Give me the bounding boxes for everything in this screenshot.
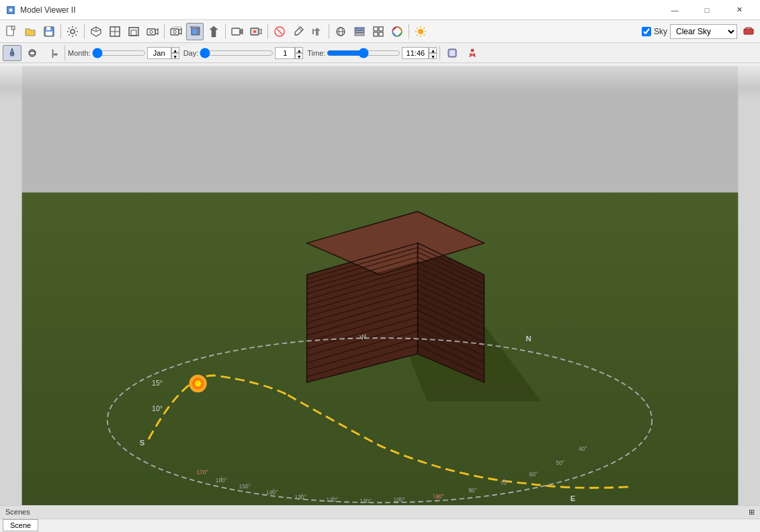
month-spinner[interactable]: ▲▼ xyxy=(171,47,179,59)
svg-line-61 xyxy=(471,54,472,56)
sep3 xyxy=(164,24,165,39)
open-button[interactable] xyxy=(22,23,39,40)
components-button[interactable] xyxy=(370,23,387,40)
svg-text:60°: 60° xyxy=(530,471,538,478)
svg-rect-26 xyxy=(232,28,240,35)
tool-button[interactable] xyxy=(290,23,307,40)
sep4 xyxy=(225,24,226,39)
svg-marker-25 xyxy=(210,26,218,37)
day-slider[interactable] xyxy=(200,48,273,58)
svg-rect-38 xyxy=(355,30,364,32)
flip-button[interactable] xyxy=(308,23,326,40)
svg-text:170°: 170° xyxy=(196,469,208,476)
view-front-button[interactable] xyxy=(125,23,142,40)
sep9 xyxy=(439,46,440,60)
person-button[interactable] xyxy=(463,45,482,61)
svg-line-53 xyxy=(417,34,418,36)
view-perspective-button[interactable] xyxy=(186,23,204,40)
materials-button[interactable] xyxy=(388,23,406,40)
pan-mode-button[interactable] xyxy=(43,45,62,61)
shadow-button[interactable] xyxy=(412,23,429,40)
time-slider[interactable] xyxy=(327,48,400,58)
sep6 xyxy=(329,24,329,39)
svg-text:E: E xyxy=(571,494,576,502)
sep1 xyxy=(60,24,61,39)
svg-rect-37 xyxy=(355,28,364,30)
svg-rect-59 xyxy=(450,50,455,56)
svg-point-45 xyxy=(418,29,423,34)
day-spinner[interactable]: ▲▼ xyxy=(295,47,303,59)
sep8 xyxy=(65,46,65,60)
svg-rect-40 xyxy=(374,27,378,31)
section-button[interactable] xyxy=(271,23,288,40)
svg-point-23 xyxy=(173,30,176,33)
svg-rect-16 xyxy=(129,28,138,36)
anim-record-button[interactable] xyxy=(228,23,246,40)
save-button[interactable] xyxy=(40,23,58,40)
svg-text:10°: 10° xyxy=(152,405,163,412)
anim-play-button[interactable] xyxy=(247,23,265,40)
time-input[interactable] xyxy=(402,47,429,59)
shadow-display-button[interactable] xyxy=(443,45,462,61)
svg-rect-21 xyxy=(171,29,179,35)
sky-dropdown[interactable]: Clear Sky Cloudy Overcast xyxy=(670,24,737,39)
svg-text:S: S xyxy=(140,439,145,447)
time-spinner[interactable]: ▲▼ xyxy=(429,47,437,59)
svg-line-52 xyxy=(424,28,425,29)
svg-text:70°: 70° xyxy=(500,480,509,486)
sep2 xyxy=(84,24,85,39)
main-toolbar: Sky Clear Sky Cloudy Overcast xyxy=(0,20,760,43)
view-iso-button[interactable] xyxy=(87,23,105,40)
maximize-button[interactable]: □ xyxy=(691,0,722,20)
view-3d-button[interactable] xyxy=(167,23,185,40)
svg-rect-17 xyxy=(131,30,136,36)
month-slider[interactable] xyxy=(92,48,146,58)
svg-rect-39 xyxy=(355,34,364,36)
sky-settings-button[interactable] xyxy=(740,23,757,40)
view-top-button[interactable] xyxy=(106,23,124,40)
svg-rect-42 xyxy=(374,32,378,36)
time-label: Time: xyxy=(307,49,325,57)
select-mode-button[interactable] xyxy=(3,45,22,61)
scenes-expand-icon[interactable]: ⊞ xyxy=(749,508,755,517)
minimize-button[interactable]: — xyxy=(659,0,690,20)
layers-button[interactable] xyxy=(351,23,368,40)
new-button[interactable] xyxy=(3,23,20,40)
sep5 xyxy=(267,24,268,39)
svg-rect-63 xyxy=(22,66,738,192)
svg-point-30 xyxy=(253,30,256,33)
svg-rect-18 xyxy=(147,29,155,35)
svg-point-20 xyxy=(150,30,153,33)
svg-line-50 xyxy=(417,28,418,29)
svg-rect-7 xyxy=(46,32,52,36)
sky-toggle[interactable] xyxy=(642,27,651,36)
sep7 xyxy=(409,24,409,39)
svg-line-33 xyxy=(299,28,302,31)
orbit-mode-button[interactable] xyxy=(23,45,42,61)
viewport[interactable]: W N S E 15° 10° 60.1° 170° 160° 150° 140… xyxy=(0,66,760,505)
svg-rect-43 xyxy=(379,32,383,36)
settings-button[interactable] xyxy=(64,23,81,40)
svg-line-12 xyxy=(96,30,101,32)
title-bar: Model Viewer II — □ ✕ xyxy=(0,0,760,20)
svg-rect-56 xyxy=(11,53,13,56)
close-button[interactable]: ✕ xyxy=(724,0,755,20)
day-input[interactable] xyxy=(275,47,295,59)
svg-text:150°: 150° xyxy=(239,483,251,490)
svg-marker-29 xyxy=(259,29,261,34)
month-input[interactable]: Jan xyxy=(147,47,171,59)
svg-text:100°: 100° xyxy=(393,496,405,503)
svg-line-62 xyxy=(473,54,474,56)
month-label: Month: xyxy=(68,49,91,57)
svg-text:15°: 15° xyxy=(152,380,163,387)
window-controls: — □ ✕ xyxy=(659,0,755,20)
sky-controls: Sky Clear Sky Cloudy Overcast xyxy=(642,23,757,40)
svg-rect-24 xyxy=(192,28,198,35)
svg-point-8 xyxy=(71,30,75,34)
svg-marker-27 xyxy=(240,29,243,34)
texture-button[interactable] xyxy=(332,23,349,40)
scenes-title: Scenes ⊞ xyxy=(0,506,760,519)
view-camera-button[interactable] xyxy=(144,23,161,40)
scene-tab-scene[interactable]: Scene xyxy=(3,519,38,531)
view-arrow-button[interactable] xyxy=(205,23,222,40)
